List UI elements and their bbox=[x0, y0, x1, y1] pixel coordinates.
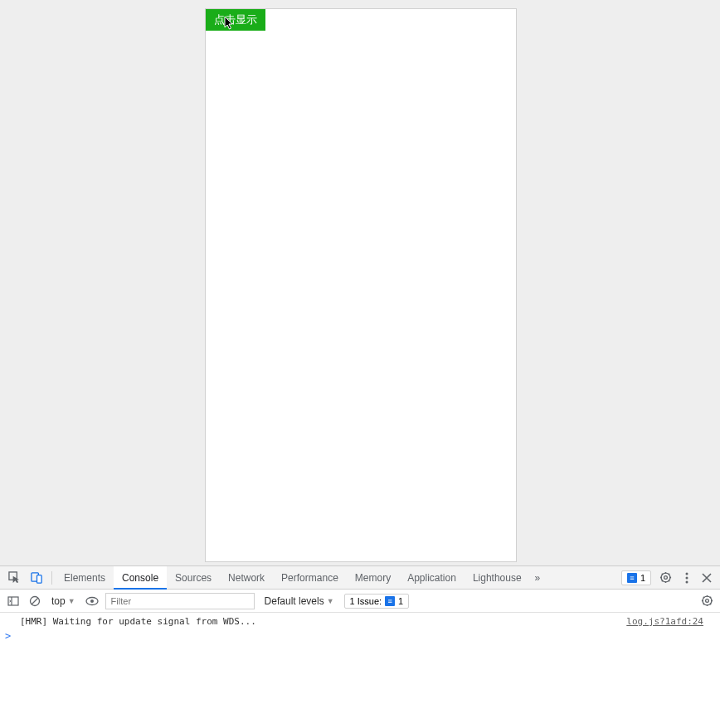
svg-line-11 bbox=[32, 598, 38, 604]
device-frame: 点击显示 bbox=[205, 8, 517, 562]
toggle-show-button[interactable]: 点击显示 bbox=[206, 9, 265, 31]
clear-console-icon[interactable] bbox=[27, 593, 43, 609]
svg-point-15 bbox=[705, 599, 708, 603]
console-prompt[interactable]: > bbox=[0, 629, 720, 643]
console-output: [HMR] Waiting for update signal from WDS… bbox=[0, 613, 720, 728]
issue-count-value: 1 bbox=[398, 596, 403, 606]
svg-point-13 bbox=[90, 599, 94, 603]
tab-sources[interactable]: Sources bbox=[167, 566, 220, 590]
tab-memory[interactable]: Memory bbox=[347, 566, 399, 590]
issues-icon: ≡ bbox=[627, 573, 637, 583]
tab-lighthouse[interactable]: Lighthouse bbox=[465, 566, 530, 590]
divider bbox=[51, 571, 52, 585]
console-sidebar-toggle-icon[interactable] bbox=[5, 593, 22, 609]
chevron-down-icon: ▼ bbox=[327, 597, 334, 605]
live-expression-icon[interactable] bbox=[84, 593, 100, 609]
devtools-tabbar: Elements Console Sources Network Perform… bbox=[0, 566, 720, 590]
issues-badge[interactable]: ≡ 1 bbox=[621, 570, 651, 585]
tab-console[interactable]: Console bbox=[114, 566, 167, 590]
device-toggle-icon[interactable] bbox=[26, 566, 48, 590]
console-toolbar: top ▼ Default levels ▼ 1 Issue: ≡ 1 bbox=[0, 590, 720, 613]
inspect-element-icon[interactable] bbox=[3, 566, 26, 590]
execution-context-select[interactable]: top ▼ bbox=[48, 595, 79, 607]
svg-rect-8 bbox=[8, 597, 18, 605]
levels-label: Default levels bbox=[265, 595, 324, 607]
viewport-area: 点击显示 bbox=[0, 0, 720, 565]
chevron-down-icon: ▼ bbox=[68, 597, 75, 605]
svg-point-7 bbox=[686, 580, 688, 583]
tab-elements[interactable]: Elements bbox=[56, 566, 114, 590]
console-message-source-link[interactable]: log.js?1afd:24 bbox=[626, 616, 703, 627]
filter-input[interactable] bbox=[105, 593, 255, 609]
svg-point-6 bbox=[686, 576, 688, 579]
svg-point-5 bbox=[686, 572, 688, 575]
console-message-text: [HMR] Waiting for update signal from WDS… bbox=[20, 616, 256, 627]
tab-network[interactable]: Network bbox=[220, 566, 273, 590]
close-icon[interactable] bbox=[697, 566, 717, 590]
log-levels-select[interactable]: Default levels ▼ bbox=[260, 595, 339, 607]
tab-performance[interactable]: Performance bbox=[273, 566, 347, 590]
svg-rect-2 bbox=[37, 575, 42, 583]
console-settings-icon[interactable] bbox=[698, 593, 715, 609]
devtools-panel: Elements Console Sources Network Perform… bbox=[0, 565, 720, 728]
tab-application[interactable]: Application bbox=[399, 566, 465, 590]
issues-badge-count: 1 bbox=[640, 573, 645, 583]
issues-counter[interactable]: 1 Issue: ≡ 1 bbox=[344, 594, 410, 609]
context-label: top bbox=[51, 595, 66, 607]
console-message-row: [HMR] Waiting for update signal from WDS… bbox=[0, 614, 720, 629]
more-tabs-icon[interactable]: » bbox=[530, 572, 546, 584]
more-options-icon[interactable] bbox=[680, 566, 693, 590]
svg-point-4 bbox=[664, 576, 668, 580]
issue-label: 1 Issue: bbox=[350, 596, 382, 606]
issues-icon: ≡ bbox=[385, 596, 395, 606]
settings-icon[interactable] bbox=[654, 566, 677, 590]
